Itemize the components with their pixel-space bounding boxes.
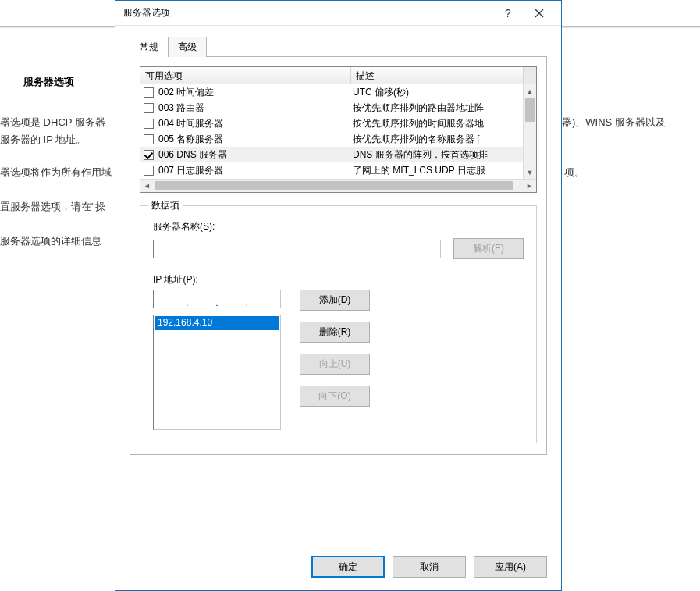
close-button[interactable] (524, 2, 555, 24)
bg-text-1b: 器)、WINS 服务器以及 (562, 116, 666, 130)
ip-address-input[interactable]: . . . (153, 290, 281, 308)
option-checkbox[interactable] (144, 134, 154, 144)
data-groupbox: 数据项 服务器名称(S): 解析(E) IP 地址(P): . . . (140, 205, 537, 443)
bg-text-1a: 器选项是 DHCP 服务器 (0, 116, 105, 130)
option-row[interactable]: 005 名称服务器按优先顺序排列的名称服务器 [ (140, 131, 523, 147)
option-row[interactable]: 007 日志服务器了网上的 MIT_LCS UDP 日志服 (140, 162, 523, 178)
remove-button[interactable]: 删除(R) (300, 322, 370, 343)
bg-text-3a: 器选项将作为所有作用域 (0, 166, 112, 180)
dialog-title: 服务器选项 (123, 6, 492, 20)
scroll-down-icon[interactable]: ▼ (524, 166, 536, 179)
bg-text-3b: 项。 (564, 166, 585, 180)
bg-text-5: 服务器选项的详细信息 (0, 234, 101, 248)
option-checkbox[interactable] (144, 166, 154, 176)
bg-text-4: 置服务器选项，请在"操 (0, 200, 105, 214)
option-desc: 了网上的 MIT_LCS UDP 日志服 (351, 164, 523, 177)
col-header-name[interactable]: 可用选项 (140, 67, 351, 84)
tab-advanced[interactable]: 高级 (168, 37, 207, 57)
ip-list-item[interactable]: 192.168.4.10 (155, 316, 279, 330)
option-name: 005 名称服务器 (158, 133, 223, 146)
option-name: 006 DNS 服务器 (158, 148, 227, 162)
server-name-input[interactable] (153, 240, 441, 258)
ok-button[interactable]: 确定 (311, 556, 385, 578)
option-name: 007 日志服务器 (158, 164, 223, 177)
dialog-footer: 确定 取消 应用(A) (115, 546, 561, 590)
scroll-right-icon[interactable]: ► (523, 180, 536, 192)
ip-address-label: IP 地址(P): (153, 273, 524, 287)
help-button[interactable]: ? (492, 2, 524, 24)
move-down-button[interactable]: 向下(O) (300, 386, 370, 407)
vertical-scrollbar[interactable]: ▲ ▼ (523, 84, 536, 179)
option-row[interactable]: 002 时间偏差UTC 偏移(秒) (140, 84, 523, 100)
option-desc: 按优先顺序排列的名称服务器 [ (351, 133, 523, 146)
ip-address-list[interactable]: 192.168.4.10 (153, 315, 281, 430)
vscroll-thumb[interactable] (525, 98, 535, 122)
scroll-left-icon[interactable]: ◄ (140, 180, 154, 192)
option-checkbox[interactable] (144, 87, 154, 98)
groupbox-legend: 数据项 (148, 199, 183, 212)
cancel-button[interactable]: 取消 (393, 556, 466, 578)
add-button[interactable]: 添加(D) (300, 290, 370, 311)
tab-general-page: 可用选项 描述 002 时间偏差UTC 偏移(秒)003 路由器按优先顺序排列的… (130, 56, 547, 455)
option-name: 004 时间服务器 (158, 117, 223, 130)
resolve-button[interactable]: 解析(E) (453, 238, 524, 259)
option-desc: 按优先顺序排列的路由器地址阵 (351, 101, 523, 115)
option-desc: 按优先顺序排列的时间服务器地 (351, 117, 523, 130)
header-scroll-gutter (523, 67, 536, 84)
list-header: 可用选项 描述 (140, 67, 536, 84)
option-checkbox[interactable] (144, 119, 154, 129)
option-desc: DNS 服务器的阵列，按首选项排 (351, 148, 523, 162)
option-row[interactable]: 006 DNS 服务器DNS 服务器的阵列，按首选项排 (140, 147, 523, 162)
option-checkbox[interactable] (144, 103, 154, 113)
server-options-dialog: 服务器选项 ? 常规 高级 可用选项 描述 00 (115, 0, 562, 591)
option-row[interactable]: 004 时间服务器按优先顺序排列的时间服务器地 (140, 116, 523, 131)
scroll-up-icon[interactable]: ▲ (524, 84, 536, 98)
apply-button[interactable]: 应用(A) (474, 556, 547, 578)
titlebar: 服务器选项 ? (115, 1, 561, 26)
move-up-button[interactable]: 向上(U) (300, 354, 370, 375)
option-name: 003 路由器 (158, 101, 204, 115)
bg-text-2: 服务器的 IP 地址。 (0, 133, 86, 147)
option-desc: UTC 偏移(秒) (351, 86, 523, 99)
tabstrip: 常规 高级 (130, 37, 547, 56)
hscroll-thumb[interactable] (155, 181, 513, 190)
server-name-label: 服务器名称(S): (153, 220, 524, 233)
available-options-list: 可用选项 描述 002 时间偏差UTC 偏移(秒)003 路由器按优先顺序排列的… (140, 66, 537, 193)
horizontal-scrollbar[interactable]: ◄ ► (140, 179, 536, 192)
tab-general[interactable]: 常规 (130, 37, 169, 57)
bg-heading: 服务器选项 (23, 75, 74, 89)
option-row[interactable]: 003 路由器按优先顺序排列的路由器地址阵 (140, 100, 523, 116)
option-name: 002 时间偏差 (158, 86, 214, 99)
col-header-desc[interactable]: 描述 (351, 67, 523, 84)
option-checkbox[interactable] (144, 150, 154, 160)
close-icon (535, 9, 544, 18)
